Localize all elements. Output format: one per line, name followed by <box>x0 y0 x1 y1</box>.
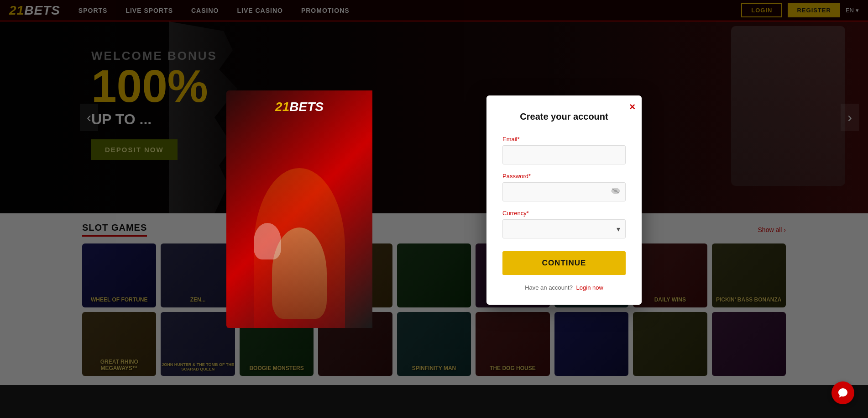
currency-select-wrapper: USD EUR GBP BTC <box>502 219 626 238</box>
currency-select[interactable]: USD EUR GBP BTC <box>502 219 626 238</box>
registration-modal: × Create your account Email* Password* <box>486 95 642 305</box>
modal-footer: Have an account? Login now <box>502 284 626 291</box>
continue-button[interactable]: CONTINUE <box>502 251 626 275</box>
email-label: Email* <box>502 136 626 143</box>
password-input-wrapper <box>502 182 626 201</box>
password-input[interactable] <box>502 182 626 201</box>
modal-promo-panel: 21BETS <box>226 90 372 328</box>
toggle-password-icon[interactable] <box>611 188 620 196</box>
promo-logo: 21BETS <box>275 100 324 114</box>
close-button[interactable]: × <box>629 102 635 112</box>
currency-group: Currency* USD EUR GBP BTC <box>502 210 626 238</box>
password-group: Password* <box>502 173 626 201</box>
modal-title: Create your account <box>502 111 626 122</box>
modal-overlay[interactable]: 21BETS × Create your account Email* Pass… <box>0 0 868 418</box>
email-input[interactable] <box>502 145 626 164</box>
currency-label: Currency* <box>502 210 626 217</box>
footer-text: Have an account? <box>525 284 573 291</box>
chat-button[interactable] <box>831 381 854 404</box>
login-link[interactable]: Login now <box>576 284 603 291</box>
email-group: Email* <box>502 136 626 164</box>
password-label: Password* <box>502 173 626 180</box>
